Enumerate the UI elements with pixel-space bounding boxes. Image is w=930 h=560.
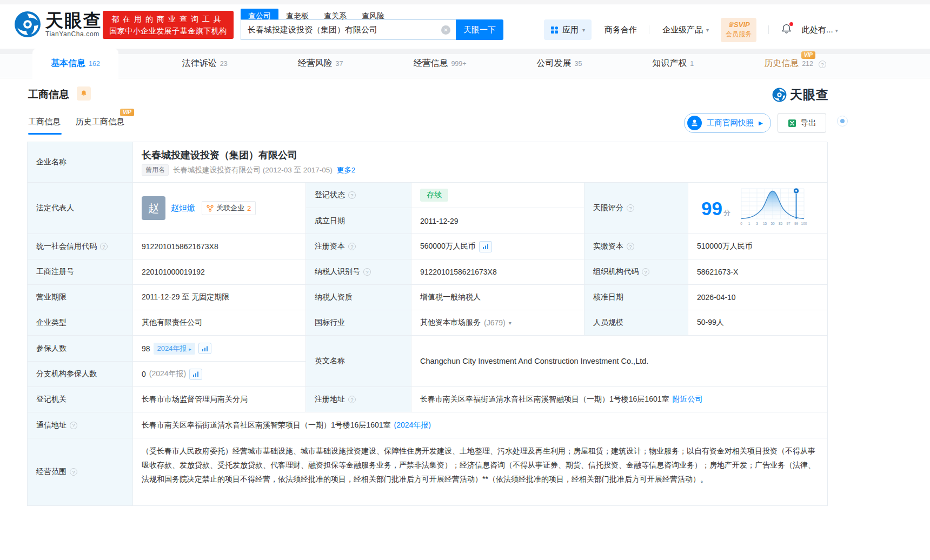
floating-widget[interactable] [837, 116, 848, 126]
status-badge: 存续 [420, 189, 448, 202]
brand-name: 天眼查 [45, 11, 102, 30]
search-input[interactable] [241, 25, 441, 35]
official-snapshot-button[interactable]: 工商官网快照 ▶ [684, 113, 771, 133]
label-text: 登记状态 [315, 190, 345, 200]
tab-history-info[interactable]: VIP 历史信息 212 [758, 49, 827, 78]
field-label-business-term: 营业期限 [28, 285, 133, 310]
help-icon[interactable] [819, 61, 826, 68]
avatar[interactable]: 赵 [142, 196, 165, 220]
label-text: 注册资本 [315, 242, 345, 251]
user-menu[interactable]: 此处有... ▾ [802, 25, 838, 35]
help-icon[interactable] [348, 191, 356, 199]
chevron-down-icon: ▾ [582, 27, 585, 33]
field-label-branch-insured: 分支机构参保人数 [28, 362, 133, 387]
monitor-bell-button[interactable] [77, 86, 91, 101]
tab-count: 37 [336, 60, 343, 68]
field-label-approval-date: 核准日期 [584, 285, 688, 310]
enterprise-products-link[interactable]: 企业级产品 [662, 25, 703, 35]
paid-capital-value: 510000万人民币 [688, 234, 828, 259]
help-icon[interactable] [348, 243, 356, 250]
tab-intellectual-property[interactable]: 知识产权 1 [646, 49, 700, 78]
export-button[interactable]: 导出 [778, 113, 826, 133]
help-icon[interactable] [363, 268, 371, 276]
chevron-down-icon[interactable]: ▾ [509, 320, 511, 326]
top-strip [0, 0, 930, 4]
trend-chart-icon[interactable] [479, 241, 492, 252]
industry-value: 其他资本市场服务 [420, 318, 481, 328]
former-name: 长春城投建设投资有限公司 (2012-03 至 2017-05) [173, 165, 333, 175]
divider [649, 25, 649, 34]
label-text: 通信地址 [36, 421, 67, 430]
apps-button[interactable]: 应用 ▾ [544, 19, 592, 40]
label-text: 统一社会信用代码 [36, 242, 97, 251]
notifications-button[interactable] [781, 23, 792, 37]
promo-line2: 国家中小企业发展子基金旗下机构 [103, 25, 234, 37]
trend-chart-icon[interactable] [189, 369, 202, 380]
business-scope-value: （受长春市人民政府委托）经营城市基础设施、城市基础设施投资建设、保障性住房开发建… [133, 438, 828, 506]
legal-rep-name-link[interactable]: 赵炟焮 [171, 203, 195, 214]
annual-report-link[interactable]: (2024年报) [394, 421, 431, 430]
help-icon[interactable] [627, 204, 634, 212]
mail-address-cell: 长春市南关区幸福街道清水音社区南溪智荣项目（一期）1号楼16层1601室 (20… [133, 412, 828, 438]
tab-count: 212 [802, 60, 813, 68]
help-icon[interactable] [100, 243, 108, 250]
chevron-down-icon: ▾ [835, 28, 838, 34]
site-logo[interactable]: 天眼查 TianYanCha.com [14, 11, 102, 38]
subtab-history-registration[interactable]: VIP 历史工商信息 [76, 117, 124, 127]
reg-address-cell: 长春市南关区幸福街道清水音社区南溪智融项目（一期）1号楼16层1601室 附近公… [411, 387, 828, 412]
annual-report-badge[interactable]: 2024年报 ▸ [154, 343, 195, 355]
excel-icon [788, 119, 796, 128]
label-text: 实缴资本 [593, 242, 623, 251]
label-text: 组织机构代码 [593, 267, 639, 277]
promo-badge: 都在用的商业查询工具 国家中小企业发展子基金旗下机构 [103, 11, 234, 39]
svip-member-button[interactable]: ♛SVIP 会员服务 [721, 18, 756, 42]
tab-operation-risk[interactable]: 经营风险 37 [291, 49, 350, 78]
more-link[interactable]: 更多2 [337, 165, 356, 175]
taxpayer-quality-value: 增值税一般纳税人 [411, 285, 584, 310]
help-icon[interactable] [642, 268, 649, 276]
svg-text:3: 3 [756, 222, 758, 225]
tab-count: 162 [89, 60, 100, 68]
help-icon[interactable] [70, 422, 77, 429]
tab-basic-info[interactable]: 基本信息 162 [32, 49, 118, 78]
brand-domain: TianYanCha.com [45, 30, 102, 38]
snapshot-label: 工商官网快照 [707, 118, 754, 128]
field-label-business-scope: 经营范围 [28, 438, 133, 506]
notification-dot [789, 22, 793, 26]
help-icon[interactable] [348, 396, 356, 403]
export-label: 导出 [801, 118, 816, 128]
subtab-business-registration[interactable]: 工商信息 [28, 117, 61, 127]
tab-label: 历史信息 [764, 58, 799, 69]
field-label-org-code: 组织机构代码 [584, 259, 688, 285]
related-companies-badge[interactable]: 关联企业 2 [202, 201, 256, 215]
field-label-reg-address: 注册地址 [306, 387, 411, 412]
search-button[interactable]: 天眼一下 [456, 19, 503, 40]
help-icon[interactable] [70, 468, 77, 476]
vip-badge: VIP [120, 109, 134, 116]
legal-rep-cell: 赵 赵炟焮 关联企业 2 [133, 183, 306, 234]
tianyancha-logo-icon [772, 88, 787, 102]
username: 此处有... [802, 25, 833, 34]
label-text: 注册地址 [315, 395, 345, 404]
field-label-industry: 国标行业 [306, 310, 411, 336]
nearby-companies-link[interactable]: 附近公司 [673, 395, 703, 404]
stamp-icon [687, 116, 702, 130]
clear-search-icon[interactable]: ✕ [441, 25, 450, 35]
biz-cooperation-link[interactable]: 商务合作 [604, 25, 637, 35]
tab-legal-litigation[interactable]: 法律诉讼 23 [176, 49, 234, 78]
field-label-reg-number: 工商注册号 [28, 259, 133, 285]
divider [768, 25, 769, 34]
tab-label: 经营信息 [413, 58, 448, 69]
help-icon[interactable] [627, 243, 634, 250]
score-distribution-chart: 0 1 3 15 50 85 97 99 100 [737, 185, 812, 231]
insured-count-cell: 98 2024年报 ▸ [133, 336, 306, 362]
grid-icon [550, 26, 559, 34]
reg-address-value: 长春市南关区幸福街道清水音社区南溪智融项目（一期）1号楼16层1601室 [420, 395, 669, 404]
tab-company-development[interactable]: 公司发展 35 [530, 49, 588, 78]
tab-business-info[interactable]: 经营信息 999+ [407, 49, 473, 78]
tyc-score-cell[interactable]: 99分 0 1 [688, 183, 828, 234]
watermark-brand-name: 天眼查 [790, 86, 829, 103]
trend-chart-icon[interactable] [198, 343, 211, 354]
english-name-value: Changchun City Investment And Constructi… [411, 336, 828, 387]
field-label-company-type: 企业类型 [28, 310, 133, 336]
